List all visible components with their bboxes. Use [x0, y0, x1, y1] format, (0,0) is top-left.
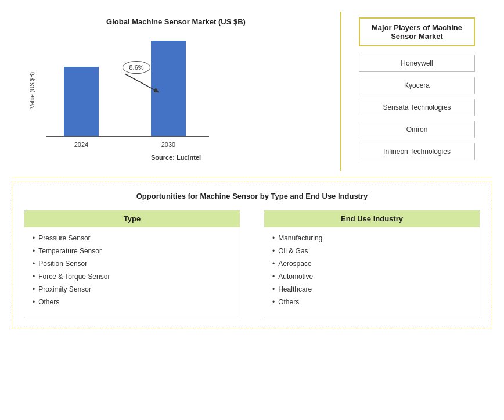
type-item-2: Temperature Sensor	[38, 247, 102, 255]
type-col-header: Type	[24, 210, 240, 227]
chart-area: Global Machine Sensor Market (US $B) Val…	[12, 12, 341, 171]
bottom-section: Opportunities for Machine Sensor by Type…	[12, 182, 492, 328]
list-item: •Aerospace	[272, 260, 471, 268]
type-item-3: Position Sensor	[38, 260, 87, 268]
end-use-item-5: Healthcare	[278, 285, 312, 293]
bullet-icon: •	[33, 260, 35, 268]
end-use-item-3: Aerospace	[278, 260, 311, 268]
bullet-icon: •	[33, 234, 35, 242]
bullet-icon: •	[272, 298, 275, 306]
bullet-icon: •	[272, 285, 275, 293]
end-use-item-4: Automotive	[278, 272, 313, 281]
major-players-area: Major Players of Machine Sensor Market H…	[341, 12, 492, 171]
player-sensata: Sensata Technologies	[359, 99, 475, 116]
list-item: •Healthcare	[272, 285, 471, 293]
end-use-item-6: Others	[278, 298, 299, 306]
list-item: •Oil & Gas	[272, 247, 471, 255]
bullet-icon: •	[33, 272, 35, 281]
player-omron: Omron	[359, 121, 475, 138]
svg-line-1	[125, 74, 157, 91]
major-players-title: Major Players of Machine Sensor Market	[359, 17, 475, 46]
opportunities-grid: Type •Pressure Sensor •Temperature Senso…	[24, 210, 480, 318]
list-item: •Force & Torque Sensor	[33, 272, 232, 281]
bullet-icon: •	[272, 272, 275, 281]
chart-wrapper: Value (US $B) 8.6%	[46, 32, 329, 148]
section-divider	[12, 177, 492, 177]
bars-area: 8.6% 2024	[46, 44, 232, 148]
type-column: Type •Pressure Sensor •Temperature Senso…	[24, 210, 240, 318]
bullet-icon: •	[272, 234, 275, 242]
list-item: •Automotive	[272, 272, 471, 281]
annotation-arrow	[125, 74, 165, 97]
type-item-6: Others	[38, 298, 59, 306]
bottom-title: Opportunities for Machine Sensor by Type…	[24, 192, 480, 200]
list-item: •Proximity Sensor	[33, 285, 232, 293]
list-item: •Temperature Sensor	[33, 247, 232, 255]
bar-2024-label: 2024	[74, 141, 88, 148]
type-item-4: Force & Torque Sensor	[38, 272, 110, 281]
bar-2030-label: 2030	[161, 141, 175, 148]
bullet-icon: •	[272, 260, 275, 268]
end-use-column: End Use Industry •Manufacturing •Oil & G…	[264, 210, 480, 318]
type-item-5: Proximity Sensor	[38, 285, 91, 293]
player-honeywell: Honeywell	[359, 55, 475, 72]
bar-2024-rect	[64, 67, 99, 137]
bullet-icon: •	[33, 298, 35, 306]
list-item: •Pressure Sensor	[33, 234, 232, 242]
list-item: •Position Sensor	[33, 260, 232, 268]
bullet-icon: •	[33, 285, 35, 293]
annotation-ellipse: 8.6%	[123, 61, 150, 74]
end-use-col-header: End Use Industry	[264, 210, 480, 227]
player-kyocera: Kyocera	[359, 77, 475, 94]
chart-title: Global Machine Sensor Market (US $B)	[23, 17, 329, 26]
end-use-item-1: Manufacturing	[278, 234, 322, 242]
end-use-item-2: Oil & Gas	[278, 247, 308, 255]
type-col-items: •Pressure Sensor •Temperature Sensor •Po…	[24, 234, 240, 306]
player-infineon: Infineon Technologies	[359, 143, 475, 160]
list-item: •Others	[272, 298, 471, 306]
end-use-col-items: •Manufacturing •Oil & Gas •Aerospace •Au…	[264, 234, 480, 306]
bullet-icon: •	[272, 247, 275, 255]
bullet-icon: •	[33, 247, 35, 255]
list-item: •Manufacturing	[272, 234, 471, 242]
chart-source: Source: Lucintel	[23, 154, 329, 161]
annotation-group: 8.6%	[107, 61, 165, 97]
x-axis-line	[46, 136, 209, 137]
list-item: •Others	[33, 298, 232, 306]
y-axis-label: Value (US $B)	[29, 32, 35, 148]
type-item-1: Pressure Sensor	[38, 234, 90, 242]
